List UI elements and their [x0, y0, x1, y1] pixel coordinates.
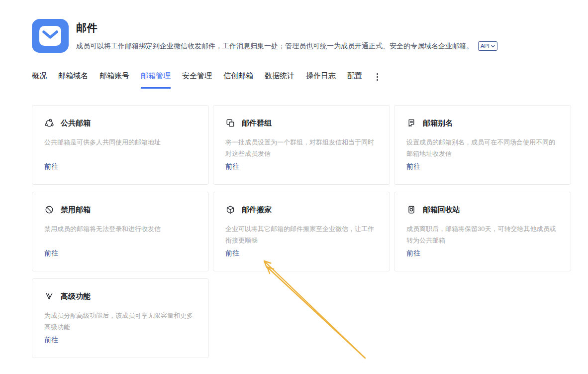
api-badge-label: API — [481, 43, 490, 49]
tab-xinchuang-mail[interactable]: 信创邮箱 — [223, 71, 253, 89]
card-title: 邮件搬家 — [242, 205, 272, 215]
feature-card-disabled-mailbox: 禁用邮箱 禁用成员的邮箱将无法登录和进行收发信 前往 — [32, 192, 209, 271]
mail-app-icon — [32, 19, 69, 53]
tab-overview[interactable]: 概况 — [32, 71, 47, 89]
card-go-link[interactable]: 前往 — [225, 162, 239, 171]
page-description: 成员可以将工作邮箱绑定到企业微信收发邮件，工作消息归集一处；管理员也可统一为成员… — [76, 41, 497, 51]
card-description: 企业可以将其它邮箱的邮件搬家至企业微信，让工作衔接更顺畅 — [225, 223, 378, 247]
card-description: 设置成员的邮箱别名，成员可在不同场合使用不同的邮箱地址收发信 — [406, 136, 559, 160]
tabs-list: 概况邮箱域名邮箱账号邮箱管理安全管理信创邮箱数据统计操作日志配置 — [32, 71, 362, 89]
card-go-link[interactable]: 前往 — [44, 162, 58, 171]
feature-card-mail-group: 邮件群组 将一批成员设置为一个群组，对群组发信相当于同时对这些成员发信 前往 — [213, 105, 390, 185]
card-title: 邮件群组 — [242, 119, 272, 128]
prohibit-icon — [44, 205, 54, 215]
api-badge[interactable]: API — [478, 41, 497, 51]
card-title: 高级功能 — [61, 292, 91, 301]
card-description: 公共邮箱是可供多人共同使用的邮箱地址 — [44, 136, 196, 148]
card-title: 邮箱回收站 — [423, 205, 460, 215]
card-go-link[interactable]: 前往 — [406, 249, 420, 258]
bookmark-note-icon — [406, 118, 416, 128]
feature-card-mail-migration: 邮件搬家 企业可以将其它邮箱的邮件搬家至企业微信，让工作衔接更顺畅 前往 — [213, 192, 390, 271]
vip-v-icon — [44, 291, 54, 301]
tab-mail-domain[interactable]: 邮箱域名 — [58, 71, 88, 89]
tab-mail-account[interactable]: 邮箱账号 — [99, 71, 129, 89]
card-title: 邮箱别名 — [423, 119, 453, 128]
tab-mail-management[interactable]: 邮箱管理 — [141, 71, 171, 89]
feature-card-grid: 公共邮箱 公共邮箱是可供多人共同使用的邮箱地址 前往 邮件群组 将一批成员设置为… — [32, 105, 571, 358]
card-go-link[interactable]: 前往 — [44, 336, 58, 345]
tab-statistics[interactable]: 数据统计 — [265, 71, 294, 89]
feature-card-public-mailbox: 公共邮箱 公共邮箱是可供多人共同使用的邮箱地址 前往 — [32, 105, 209, 185]
feature-card-mailbox-recycle: 邮箱回收站 成员离职后，邮箱将保留30天，可转交给其他成员或转为公共邮箱 前往 — [394, 192, 571, 271]
app-header: 邮件 成员可以将工作邮箱绑定到企业微信收发邮件，工作消息归集一处；管理员也可统一… — [32, 19, 571, 53]
card-description: 禁用成员的邮箱将无法登录和进行收发信 — [44, 223, 196, 235]
page-title: 邮件 — [76, 21, 497, 35]
feature-card-mail-alias: 邮箱别名 设置成员的邮箱别名，成员可在不同场合使用不同的邮箱地址收发信 前往 — [394, 105, 571, 185]
group-circle-icon — [44, 118, 54, 128]
card-go-link[interactable]: 前往 — [225, 249, 239, 258]
overlapping-squares-icon — [225, 118, 235, 128]
chevron-down-icon — [491, 45, 495, 48]
card-description: 将一批成员设置为一个群组，对群组发信相当于同时对这些成员发信 — [225, 136, 378, 160]
card-title: 禁用邮箱 — [61, 205, 91, 215]
card-go-link[interactable]: 前往 — [406, 162, 420, 171]
card-description: 为成员分配高级功能后，该成员可享无限容量和更多高级功能 — [44, 310, 196, 333]
tabs: 概况邮箱域名邮箱账号邮箱管理安全管理信创邮箱数据统计操作日志配置 — [32, 71, 571, 89]
mail-admin-page: 邮件 成员可以将工作邮箱绑定到企业微信收发邮件，工作消息归集一处；管理员也可统一… — [0, 0, 588, 358]
app-header-text: 邮件 成员可以将工作邮箱绑定到企业微信收发邮件，工作消息归集一处；管理员也可统一… — [76, 19, 497, 51]
card-go-link[interactable]: 前往 — [44, 249, 58, 258]
tab-security[interactable]: 安全管理 — [182, 71, 212, 89]
card-title: 公共邮箱 — [61, 119, 91, 128]
tab-settings[interactable]: 配置 — [347, 71, 362, 89]
package-box-icon — [225, 205, 235, 215]
feature-card-advanced-features: 高级功能 为成员分配高级功能后，该成员可享无限容量和更多高级功能 前往 — [32, 278, 209, 358]
recycle-bin-icon — [406, 205, 416, 215]
page-description-text: 成员可以将工作邮箱绑定到企业微信收发邮件，工作消息归集一处；管理员也可统一为成员… — [76, 42, 473, 51]
tab-operation-log[interactable]: 操作日志 — [306, 71, 336, 89]
envelope-icon — [32, 19, 69, 53]
card-description: 成员离职后，邮箱将保留30天，可转交给其他成员或转为公共邮箱 — [406, 223, 559, 247]
kebab-vertical-icon[interactable] — [374, 71, 381, 81]
